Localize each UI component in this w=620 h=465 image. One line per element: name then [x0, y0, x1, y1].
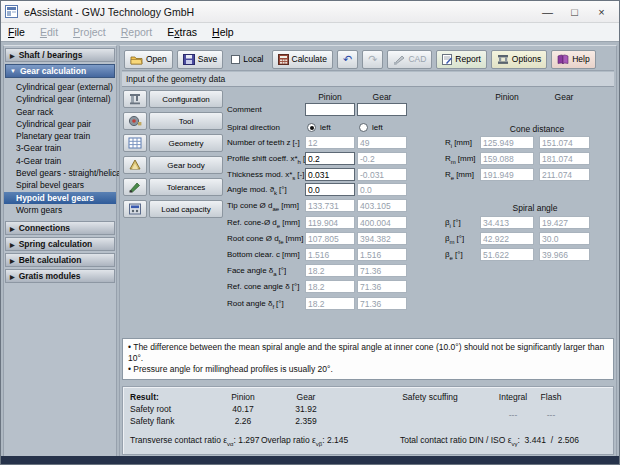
gear-calculation-items: Cylindrical gear (external) Cylindrical …	[4, 79, 116, 219]
sidebar-section-gratis-modules[interactable]: ▶Gratis modules	[5, 269, 115, 283]
result-gear-header: Gear	[297, 392, 316, 402]
menu-file[interactable]: File	[8, 26, 25, 38]
spiral-angle-mean-pinion-field: 42.922	[480, 232, 534, 245]
comment-label: Comment	[227, 105, 262, 114]
right-gear-column-header: Gear	[555, 92, 574, 102]
chevron-right-icon: ▶	[10, 257, 15, 264]
sidebar-section-gear-calculation[interactable]: ▼Gear calculation	[5, 64, 115, 78]
nav-row-geometry: Geometry	[123, 134, 223, 152]
cone-distance-inner-gear-field: 151.074	[539, 136, 590, 149]
comment-gear-field[interactable]	[357, 103, 407, 116]
open-button[interactable]: Open	[124, 50, 173, 69]
save-button[interactable]: Save	[177, 50, 223, 69]
load-capacity-button[interactable]: Load capacity	[149, 200, 223, 218]
report-document-icon	[442, 54, 452, 65]
sidebar-item-cylindrical-gear-external[interactable]: Cylindrical gear (external)	[4, 81, 116, 93]
spiral-angle-outer-label: βe[°]	[445, 250, 463, 261]
comment-pinion-field[interactable]	[305, 103, 355, 116]
configuration-button[interactable]: Configuration	[149, 90, 223, 108]
nav-row-gear-body: Gear body	[123, 156, 223, 174]
sidebar-item-cylindrical-gear-pair[interactable]: Cylindrical gear pair	[4, 118, 116, 130]
spiral-direction-pinion-radio[interactable]: left	[307, 121, 331, 133]
maximize-button[interactable]: □	[561, 2, 588, 22]
spiral-angle-mean-gear-field: 30.0	[539, 232, 590, 245]
chevron-right-icon: ▶	[10, 241, 15, 248]
ref-cone-pinion-field: 119.904	[305, 216, 355, 229]
sidebar-section-spring-calculation[interactable]: ▶Spring calculation	[5, 237, 115, 251]
app-window: eAssistant - GWJ Technology GmbH — □ × F…	[0, 0, 620, 465]
nav-row-configuration: Configuration	[123, 90, 223, 108]
local-checkbox[interactable]	[231, 55, 240, 64]
menu-extras[interactable]: Extras	[167, 26, 197, 38]
bottom-clearance-pinion-field: 1.516	[305, 248, 355, 261]
menu-help[interactable]: Help	[212, 26, 234, 38]
sidebar-item-gear-rack[interactable]: Gear rack	[4, 106, 116, 118]
sidebar-item-cylindrical-gear-internal[interactable]: Cylindrical gear (internal)	[4, 93, 116, 105]
angle-mod-pinion-field[interactable]: 0.0	[305, 183, 355, 196]
minimize-button[interactable]: —	[534, 2, 561, 22]
calculate-button[interactable]: Calculate	[272, 50, 333, 69]
geometry-button[interactable]: Geometry	[149, 134, 223, 152]
sidebar-section-belt-calculation[interactable]: ▶Belt calculation	[5, 253, 115, 267]
note-line: Pressure angle for millinghead profiles …	[128, 364, 608, 375]
chevron-right-icon: ▶	[10, 225, 15, 232]
cad-button: CAD	[387, 50, 432, 69]
radio-selected-icon[interactable]	[307, 123, 316, 132]
help-button[interactable]: Help	[551, 50, 595, 69]
sidebar: ▶Shaft / bearings ▼Gear calculation Cyli…	[3, 45, 117, 457]
load-capacity-icon[interactable]	[123, 200, 147, 218]
spiral-direction-gear-radio[interactable]: left	[359, 121, 383, 133]
root-cone-gear-field: 394.382	[357, 232, 407, 245]
configuration-icon[interactable]	[123, 90, 147, 108]
sidebar-item-hypoid-bevel-gears[interactable]: Hypoid bevel gears	[4, 192, 116, 204]
flash-header: Flash	[541, 392, 562, 402]
tip-cone-pinion-field: 133.731	[305, 199, 355, 212]
root-cone-pinion-field: 107.805	[305, 232, 355, 245]
chevron-right-icon: ▶	[10, 52, 15, 59]
spiral-angle-header: Spiral angle	[513, 203, 558, 213]
local-toggle[interactable]: Local	[227, 50, 267, 69]
radio-unselected-icon[interactable]	[359, 123, 368, 132]
tip-cone-gear-field: 403.105	[357, 199, 407, 212]
sidebar-section-shaft-bearings[interactable]: ▶Shaft / bearings	[5, 48, 115, 62]
root-cone-label: Root cone Ø dfe[mm]	[227, 234, 303, 245]
sidebar-item-planetary-gear-train[interactable]: Planetary gear train	[4, 130, 116, 142]
sidebar-item-spiral-bevel-gears[interactable]: Spiral bevel gears	[4, 179, 116, 191]
sidebar-item-3-gear-train[interactable]: 3-Gear train	[4, 142, 116, 154]
options-button[interactable]: Options	[491, 50, 547, 69]
spiral-direction-label: Spiral direction	[227, 123, 280, 132]
tolerances-icon[interactable]	[123, 178, 147, 196]
nav-row-tolerances: Tolerances	[123, 178, 223, 196]
gear-body-button[interactable]: Gear body	[149, 156, 223, 174]
tolerances-button[interactable]: Tolerances	[149, 178, 223, 196]
bottom-clearance-gear-field: 1.516	[357, 248, 407, 261]
redo-button: ↷	[362, 50, 383, 69]
tool-button[interactable]: Tool	[149, 112, 223, 130]
tip-cone-label: Tip cone Ø dae[mm]	[227, 201, 299, 212]
profile-shift-pinion-field[interactable]: 0.2	[305, 152, 355, 165]
menu-report: Report	[121, 26, 153, 38]
thickness-mod-pinion-field[interactable]: 0.031	[305, 168, 355, 181]
open-folder-icon	[130, 54, 143, 65]
report-button[interactable]: Report	[436, 50, 487, 69]
gear-body-icon[interactable]	[123, 156, 147, 174]
undo-button[interactable]: ↶	[337, 50, 358, 69]
save-disk-icon	[183, 54, 195, 65]
sidebar-item-worm-gears[interactable]: Worm gears	[4, 204, 116, 216]
close-button[interactable]: ×	[588, 2, 615, 22]
app-icon	[5, 5, 18, 18]
number-of-teeth-pinion-field: 12	[305, 136, 355, 149]
ref-cone-label: Ref. cone-Ø de[mm]	[227, 218, 300, 229]
tool-icon[interactable]	[123, 112, 147, 130]
nav-row-load-capacity: Load capacity	[123, 200, 223, 218]
notes-box: The difference between the mean spiral a…	[122, 338, 614, 380]
face-angle-label: Face angle δa[°]	[227, 266, 286, 277]
sidebar-section-connections[interactable]: ▶Connections	[5, 221, 115, 235]
cad-icon	[393, 54, 405, 65]
geometry-icon[interactable]	[123, 134, 147, 152]
sidebar-item-bevel-gears[interactable]: Bevel gears - straight/helical	[4, 167, 116, 179]
redo-icon: ↷	[368, 54, 377, 65]
root-angle-pinion-field: 18.2	[305, 297, 355, 310]
sidebar-item-4-gear-train[interactable]: 4-Gear train	[4, 155, 116, 167]
calculator-icon	[278, 54, 289, 65]
